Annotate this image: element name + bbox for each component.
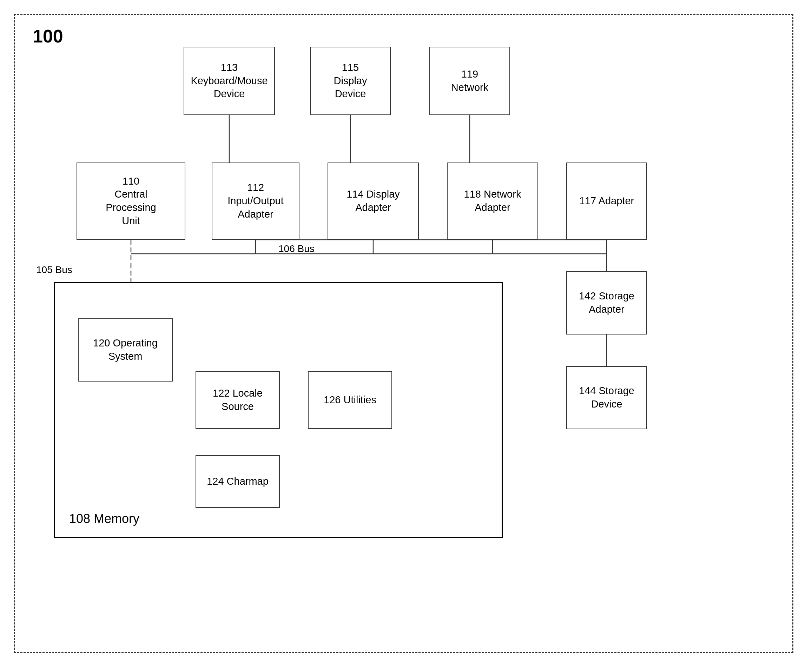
storage-device-box: 144 StorageDevice bbox=[566, 366, 647, 429]
cpu-label: 110CentralProcessingUnit bbox=[106, 175, 156, 228]
svg-text:105 Bus: 105 Bus bbox=[36, 264, 72, 275]
diagram-container: 100 bbox=[14, 14, 794, 653]
storage-device-label: 144 StorageDevice bbox=[579, 384, 634, 411]
adapter-117-label: 117 Adapter bbox=[579, 195, 634, 208]
memory-label: 108 Memory bbox=[69, 511, 140, 526]
storage-adapter-box: 142 StorageAdapter bbox=[566, 271, 647, 334]
keyboard-device-box: 113Keyboard/MouseDevice bbox=[183, 47, 275, 115]
locale-source-box: 122 LocaleSource bbox=[195, 371, 280, 429]
utilities-label: 126 Utilities bbox=[324, 393, 377, 407]
display-device-box: 115DisplayDevice bbox=[310, 47, 391, 115]
charmap-label: 124 Charmap bbox=[207, 475, 269, 488]
keyboard-device-label: 113Keyboard/MouseDevice bbox=[191, 61, 267, 101]
adapter-117-box: 117 Adapter bbox=[566, 163, 647, 240]
display-adapter-label: 114 DisplayAdapter bbox=[346, 188, 400, 214]
network-adapter-label: 118 NetworkAdapter bbox=[464, 188, 521, 214]
display-device-label: 115DisplayDevice bbox=[333, 61, 367, 101]
cpu-box: 110CentralProcessingUnit bbox=[77, 163, 185, 240]
storage-adapter-label: 142 StorageAdapter bbox=[579, 289, 634, 316]
diagram-label: 100 bbox=[33, 25, 63, 47]
memory-box: 120 OperatingSystem 122 LocaleSource 126… bbox=[54, 282, 503, 538]
io-adapter-label: 112Input/OutputAdapter bbox=[227, 181, 284, 221]
network-label: 119Network bbox=[451, 68, 488, 94]
os-label: 120 OperatingSystem bbox=[93, 336, 158, 363]
utilities-box: 126 Utilities bbox=[308, 371, 392, 429]
os-box: 120 OperatingSystem bbox=[78, 318, 173, 382]
network-adapter-box: 118 NetworkAdapter bbox=[447, 163, 538, 240]
network-box: 119Network bbox=[429, 47, 510, 115]
io-adapter-box: 112Input/OutputAdapter bbox=[212, 163, 299, 240]
charmap-box: 124 Charmap bbox=[195, 455, 280, 508]
svg-text:106 Bus: 106 Bus bbox=[278, 243, 314, 254]
display-adapter-box: 114 DisplayAdapter bbox=[328, 163, 419, 240]
locale-source-label: 122 LocaleSource bbox=[213, 387, 262, 413]
